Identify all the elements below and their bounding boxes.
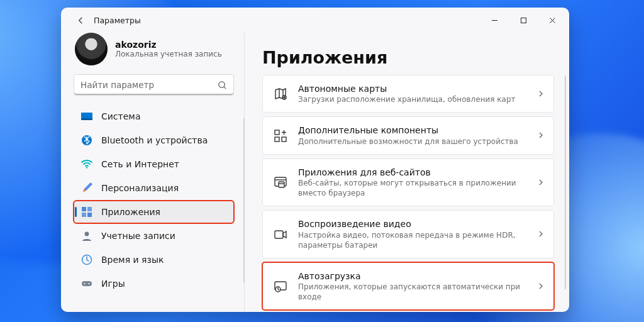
sidebar: akozoriz Локальная учетная запись Систем… (61, 33, 245, 312)
user-account-type: Локальная учетная запись (115, 50, 222, 58)
maximize-button[interactable] (509, 10, 538, 30)
sidebar-item-time-language[interactable]: Время и язык (74, 248, 234, 271)
window-title: Параметры (94, 16, 141, 25)
map-icon (273, 86, 288, 101)
main-content: Приложения Автономные карты Загрузки рас… (245, 33, 569, 312)
grid-plus-icon (273, 128, 288, 143)
startup-icon (273, 279, 288, 294)
website-app-icon (273, 175, 288, 190)
back-button[interactable] (70, 9, 91, 31)
card-startup[interactable]: Автозагрузка Приложения, которые запуска… (262, 262, 554, 311)
sidebar-item-label: Система (101, 111, 140, 121)
chevron-right-icon (537, 177, 545, 189)
sidebar-item-bluetooth[interactable]: Bluetooth и устройства (74, 129, 234, 152)
sidebar-nav: Система Bluetooth и устройства Сеть и Ин… (72, 104, 238, 296)
svg-point-10 (85, 232, 89, 236)
chevron-right-icon (537, 88, 545, 100)
card-title: Воспроизведение видео (298, 218, 527, 230)
card-subtitle: Веб-сайты, которые могут открываться в п… (298, 178, 527, 198)
svg-point-14 (89, 283, 90, 284)
card-optional-features[interactable]: Дополнительные компоненты Дополнительные… (262, 116, 554, 154)
settings-cards: Автономные карты Загрузки расположение х… (262, 75, 554, 310)
sidebar-item-apps[interactable]: Приложения (74, 201, 234, 223)
sidebar-item-label: Игры (101, 279, 125, 289)
svg-rect-9 (87, 213, 92, 217)
gamepad-icon (81, 278, 92, 289)
svg-rect-12 (82, 281, 92, 286)
svg-rect-3 (81, 118, 92, 120)
sidebar-item-label: Приложения (101, 207, 160, 217)
user-name: akozoriz (115, 40, 222, 50)
svg-rect-20 (279, 182, 284, 187)
video-icon (273, 227, 288, 242)
card-subtitle: Дополнительные возможности для вашего ус… (298, 136, 527, 147)
search-box[interactable] (74, 74, 234, 96)
close-button[interactable] (538, 10, 567, 30)
search-icon (218, 80, 227, 90)
sidebar-item-label: Учетные записи (101, 231, 175, 241)
minimize-button[interactable] (480, 10, 509, 30)
svg-point-5 (86, 167, 88, 169)
sidebar-item-label: Персонализация (101, 183, 179, 193)
avatar (75, 33, 108, 65)
monitor-icon (81, 111, 92, 122)
sidebar-item-label: Сеть и Интернет (101, 159, 179, 169)
svg-rect-16 (275, 130, 279, 135)
svg-rect-7 (87, 207, 92, 211)
card-title: Дополнительные компоненты (298, 125, 527, 136)
bluetooth-icon (81, 135, 92, 146)
sidebar-item-network[interactable]: Сеть и Интернет (74, 153, 234, 175)
sidebar-item-personalization[interactable]: Персонализация (74, 177, 234, 199)
person-icon (81, 230, 92, 242)
svg-rect-0 (521, 18, 526, 23)
card-subtitle: Настройка видео, потоковая передача в ре… (298, 230, 527, 250)
card-title: Приложения для веб-сайтов (298, 167, 527, 178)
card-title: Автономные карты (298, 83, 527, 94)
apps-icon (81, 206, 92, 218)
sidebar-item-gaming[interactable]: Игры (74, 272, 234, 295)
card-apps-for-websites[interactable]: Приложения для веб-сайтов Веб-сайты, кот… (262, 158, 554, 207)
card-subtitle: Приложения, которые запускаются автомати… (298, 282, 527, 302)
chevron-right-icon (537, 228, 545, 240)
svg-point-13 (84, 283, 86, 284)
svg-rect-17 (275, 137, 279, 142)
card-offline-maps[interactable]: Автономные карты Загрузки расположение х… (262, 75, 554, 113)
chevron-right-icon (537, 130, 545, 142)
clock-globe-icon (81, 254, 92, 265)
wifi-icon (81, 158, 92, 170)
sidebar-item-label: Время и язык (101, 255, 164, 265)
chevron-right-icon (537, 280, 545, 292)
user-block[interactable]: akozoriz Локальная учетная запись (75, 33, 238, 65)
svg-rect-18 (282, 137, 286, 142)
paintbrush-icon (81, 182, 92, 194)
card-subtitle: Загрузки расположение хранилища, обновле… (298, 94, 527, 104)
card-video-playback[interactable]: Воспроизведение видео Настройка видео, п… (262, 210, 554, 258)
sidebar-item-system[interactable]: Система (74, 105, 234, 128)
search-input[interactable] (80, 80, 218, 90)
window-controls (480, 10, 567, 30)
svg-rect-8 (82, 213, 86, 217)
svg-rect-21 (275, 231, 283, 238)
card-title: Автозагрузка (298, 270, 527, 282)
svg-point-1 (219, 81, 225, 87)
sidebar-item-accounts[interactable]: Учетные записи (74, 225, 234, 247)
settings-window: Параметры akozoriz Локальная учетная зап… (61, 8, 569, 312)
sidebar-item-label: Bluetooth и устройства (101, 135, 208, 145)
svg-rect-6 (82, 207, 86, 211)
page-title: Приложения (262, 48, 554, 67)
titlebar: Параметры (61, 8, 569, 33)
